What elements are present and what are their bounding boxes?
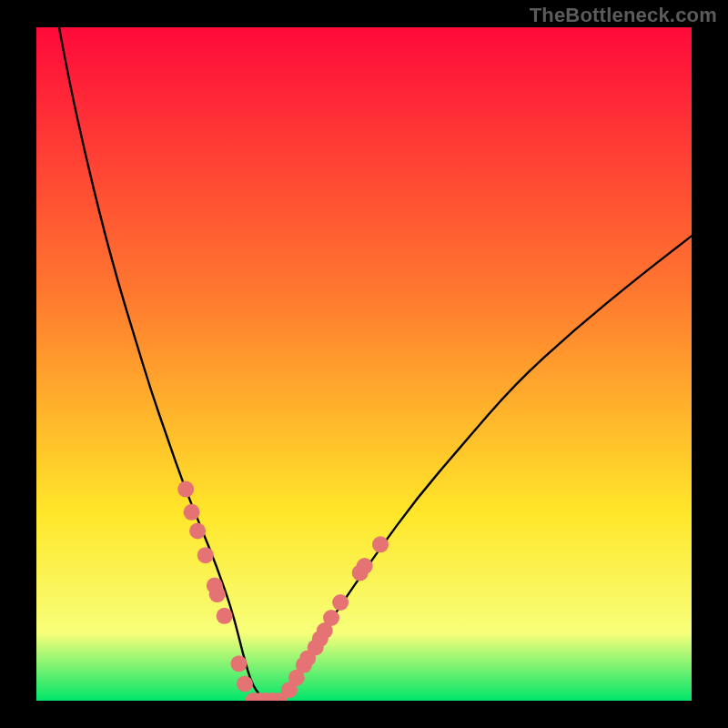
marker-dot	[209, 586, 226, 602]
marker-dot	[231, 655, 248, 672]
marker-dot	[189, 523, 206, 540]
marker-dot	[357, 558, 373, 574]
marker-dot	[217, 608, 233, 624]
marker-dot	[184, 504, 200, 521]
plot-gradient-area	[36, 27, 692, 701]
marker-dot	[372, 536, 389, 552]
marker-dot	[332, 594, 349, 611]
marker-dot	[237, 676, 253, 693]
bottleneck-chart	[0, 0, 728, 728]
watermark-text: TheBottleneck.com	[530, 4, 717, 27]
marker-dot	[177, 481, 194, 498]
marker-dot	[197, 547, 214, 563]
marker-dot	[323, 610, 339, 626]
